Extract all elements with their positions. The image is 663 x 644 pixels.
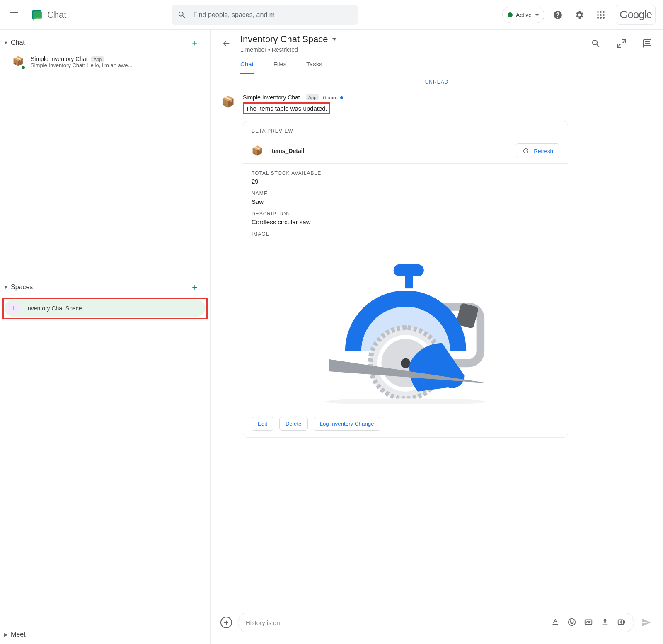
space-header[interactable]: Inventory Chat Space 1 member • Restrict… [240,34,579,53]
google-logo-text: Google [619,8,652,21]
card-view-name: Items_Detail [270,148,304,154]
collapse-panel-button[interactable] [613,35,630,52]
chat-section-title: Chat [9,39,190,46]
tab-chat[interactable]: Chat [240,61,254,74]
search-icon [177,10,186,19]
collapse-icon: ▼ [2,40,9,45]
box-icon: 📦 [12,56,24,66]
refresh-label: Refresh [534,148,553,154]
composer-placeholder: History is on [246,619,551,626]
presence-label: Active [516,12,532,18]
field-value: 29 [252,178,559,185]
chevron-down-icon [332,38,336,41]
chat-section-header[interactable]: ▼ Chat ＋ [0,30,210,53]
unread-divider-label: UNREAD [425,79,449,85]
svg-point-19 [325,398,486,404]
send-button[interactable] [640,616,653,629]
composer-input[interactable]: History is on GIF [238,613,634,632]
chat-item-preview: Simple Inventory Chat: Hello, I'm an awe… [31,62,188,68]
gif-button[interactable]: GIF [584,617,593,628]
field-label: DESCRIPTION [252,211,559,217]
chevron-down-icon [535,14,539,16]
tab-files[interactable]: Files [273,61,287,74]
chat-logo-icon [31,9,43,21]
svg-point-7 [600,17,602,19]
svg-point-2 [603,11,605,13]
add-chat-button[interactable]: ＋ [190,36,202,49]
meet-section-header[interactable]: ▶ Meet [0,625,210,644]
main-menu-button[interactable] [4,5,24,25]
format-button[interactable] [551,617,560,628]
chat-brand[interactable]: Chat [29,9,66,21]
space-avatar: I [8,303,19,314]
message-row: 📦 Simple Inventory Chat App 6 min The It… [220,92,653,440]
add-space-button[interactable]: ＋ [190,281,202,293]
google-account[interactable]: Google [616,5,656,25]
space-search-button[interactable] [588,35,604,52]
app-badge: App [306,94,319,100]
svg-text:GIF: GIF [586,620,591,623]
space-item-name: Inventory Chat Space [26,305,82,312]
refresh-icon [522,147,530,155]
refresh-button[interactable]: Refresh [516,143,559,158]
expand-icon: ▶ [2,632,9,637]
tab-tasks[interactable]: Tasks [306,61,322,74]
spaces-section-title: Spaces [9,283,190,291]
meet-section-title: Meet [9,631,202,638]
presence-dot-icon [21,65,26,70]
box-icon: 📦 [252,145,263,156]
field-label: NAME [252,191,559,196]
chat-item-name: Simple Inventory Chat [31,56,88,62]
field-value: Saw [252,198,559,205]
box-icon: 📦 [221,95,235,108]
edit-button[interactable]: Edit [252,417,273,431]
svg-point-6 [597,17,599,19]
svg-point-1 [600,11,602,13]
apps-grid-button[interactable] [593,7,609,23]
card-image [252,242,559,404]
search-box[interactable] [172,5,358,25]
sidebar-space-item[interactable]: I Inventory Chat Space [5,300,206,317]
svg-point-18 [401,358,410,368]
app-badge: App [91,56,104,62]
delete-button[interactable]: Delete [279,417,308,431]
spaces-section-header[interactable]: ▼ Spaces ＋ [0,274,210,298]
svg-point-4 [600,14,602,16]
back-button[interactable] [220,38,232,49]
log-change-button[interactable]: Log Inventory Change [314,417,380,431]
video-meet-button[interactable] [617,617,626,628]
field-value: Cordless circular saw [252,218,559,225]
collapse-icon: ▼ [2,285,9,290]
field-label: TOTAL STOCK AVAILABLE [252,170,559,176]
chat-panel-button[interactable] [639,35,656,52]
chat-avatar: 📦 [12,57,24,68]
help-button[interactable] [549,7,566,23]
unread-dot-icon [340,96,343,99]
card-beta-label: BETA PREVIEW [243,121,568,138]
app-card: BETA PREVIEW 📦 Items_Detail Refresh [243,121,568,438]
message-time: 6 min [323,94,336,101]
search-input[interactable] [193,11,352,19]
presence-dot-icon [508,12,513,17]
svg-point-3 [597,14,599,16]
emoji-button[interactable] [567,617,576,628]
message-sender: Simple Inventory Chat [243,94,300,101]
app-name: Chat [47,10,66,20]
sidebar-chat-item[interactable]: 📦 Simple Inventory Chat App Simple Inven… [0,53,210,71]
field-label: IMAGE [252,231,559,237]
svg-rect-12 [405,274,413,288]
composer-add-button[interactable]: ＋ [220,617,232,628]
settings-button[interactable] [571,7,588,23]
upload-button[interactable] [600,617,610,628]
svg-point-0 [597,11,599,13]
message-text: The Items table was updated. [246,105,327,112]
message-avatar: 📦 [220,94,235,109]
presence-status[interactable]: Active [502,7,544,23]
sidebar: ▼ Chat ＋ 📦 Simple Inventory Chat App Sim… [0,30,211,644]
svg-point-8 [603,17,605,19]
space-title: Inventory Chat Space [240,34,328,45]
space-subtitle: 1 member • Restricted [240,46,579,53]
svg-point-5 [603,14,605,16]
